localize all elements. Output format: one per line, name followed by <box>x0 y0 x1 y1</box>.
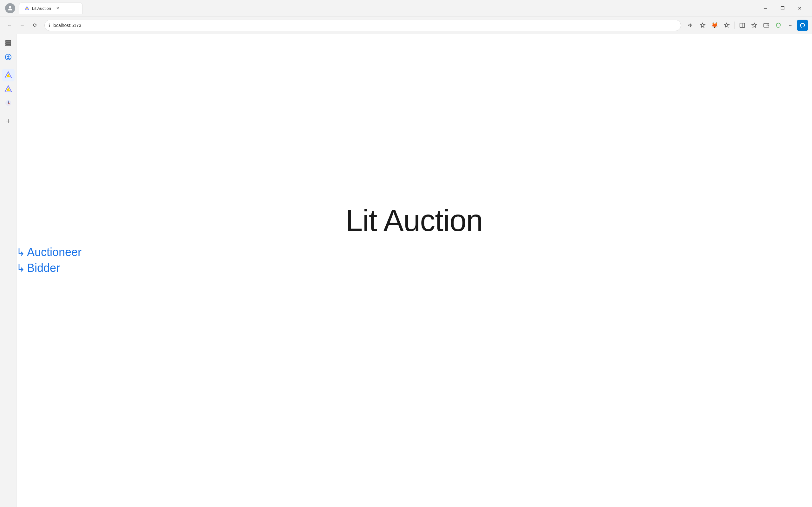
favorites-collections-button[interactable] <box>749 20 760 31</box>
shield-button[interactable] <box>773 20 784 31</box>
fox-extension-button[interactable]: 🦊 <box>709 20 720 31</box>
split-screen-button[interactable] <box>737 20 748 31</box>
browser-window: Lit Auction ✕ ─ ❐ ✕ ← → ⟳ ℹ localhost:51… <box>0 0 812 507</box>
address-bar[interactable]: ℹ localhost:5173 <box>44 20 681 31</box>
active-tab[interactable]: Lit Auction ✕ <box>19 3 83 14</box>
sidebar-divider-2 <box>4 112 13 112</box>
toolbar-divider <box>734 21 734 29</box>
svg-rect-9 <box>5 43 11 44</box>
window-controls: ─ ❐ ✕ <box>758 3 807 13</box>
auctioneer-link[interactable]: ↳ Auctioneer <box>16 245 82 259</box>
wallet-button[interactable] <box>761 20 772 31</box>
forward-button[interactable]: → <box>16 20 28 31</box>
svg-rect-10 <box>5 45 11 46</box>
svg-rect-8 <box>5 41 11 42</box>
title-bar-left <box>5 3 15 13</box>
tab-bar: Lit Auction ✕ <box>19 3 754 14</box>
tab-close-icon[interactable]: ✕ <box>56 6 59 10</box>
info-icon: ℹ <box>49 23 50 28</box>
more-button[interactable]: ··· <box>785 20 796 31</box>
sidebar-add[interactable] <box>2 115 14 127</box>
page-title: Lit Auction <box>346 203 483 238</box>
sidebar-analytics[interactable] <box>2 97 14 109</box>
links-container: ↳ Auctioneer ↳ Bidder <box>16 245 82 275</box>
tab-favicon <box>24 6 30 11</box>
back-button[interactable]: ← <box>4 20 15 31</box>
add-icon <box>5 118 11 124</box>
auctioneer-arrow-icon: ↳ <box>16 246 25 258</box>
bidder-label: Bidder <box>27 262 60 275</box>
svg-marker-6 <box>752 23 757 27</box>
analytics-icon <box>5 100 12 107</box>
toolbar-icons: 🦊 <box>685 20 808 31</box>
svg-marker-3 <box>700 23 705 27</box>
read-aloud-button[interactable] <box>685 20 696 31</box>
browser-body: Lit Auction ↳ Auctioneer ↳ Bidder <box>0 34 812 507</box>
sidebar-downloads[interactable] <box>2 51 14 63</box>
svg-point-0 <box>9 6 11 8</box>
profile-icon[interactable] <box>5 3 15 13</box>
address-text: localhost:5173 <box>53 23 677 28</box>
main-content: Lit Auction ↳ Auctioneer ↳ Bidder <box>16 34 812 507</box>
svg-point-18 <box>8 102 9 104</box>
auctioneer-label: Auctioneer <box>27 245 82 259</box>
minimize-button[interactable]: ─ <box>758 3 773 13</box>
vite-logo-active <box>4 71 12 79</box>
close-button[interactable]: ✕ <box>792 3 807 13</box>
bidder-link[interactable]: ↳ Bidder <box>16 262 82 275</box>
sidebar-vite-active[interactable] <box>2 69 14 81</box>
extensions-button[interactable] <box>721 20 732 31</box>
title-bar: Lit Auction ✕ ─ ❐ ✕ <box>0 0 812 16</box>
sidebar-reading-list[interactable] <box>2 37 14 49</box>
maximize-button[interactable]: ❐ <box>775 3 790 13</box>
edge-copilot-button[interactable] <box>797 20 808 31</box>
vite-logo-2 <box>4 85 12 93</box>
sidebar-divider-1 <box>4 66 13 66</box>
tab-title: Lit Auction <box>32 6 51 11</box>
bidder-arrow-icon: ↳ <box>16 262 25 274</box>
favorites-button[interactable] <box>697 20 708 31</box>
nav-bar: ← → ⟳ ℹ localhost:5173 🦊 <box>0 16 812 34</box>
refresh-button[interactable]: ⟳ <box>29 20 41 31</box>
sidebar-vite-2[interactable] <box>2 83 14 95</box>
sidebar <box>0 34 16 507</box>
